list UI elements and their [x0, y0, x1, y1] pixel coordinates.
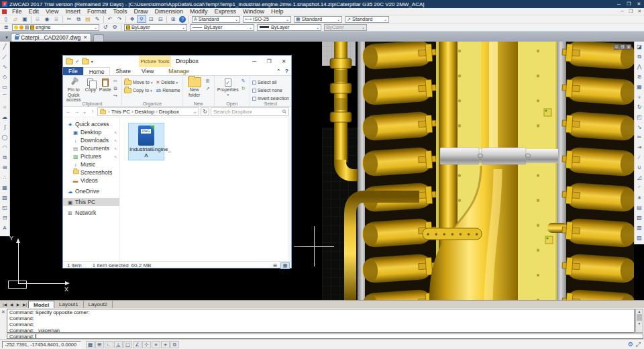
file-explorer-window[interactable]: ✓ ▾ Picture Tools Dropbox ─ ❐ ✕ File Hom…: [62, 55, 292, 268]
copy-path-icon[interactable]: ⧉: [111, 86, 119, 93]
bring-above-icon[interactable]: ▥: [635, 223, 644, 233]
sidebar-item-network[interactable]: ⊞Network: [63, 209, 119, 217]
scroll-down-icon[interactable]: ▼: [636, 321, 643, 326]
search-input[interactable]: Search Dropbox ⚲: [211, 107, 289, 116]
viewport-minimize-button[interactable]: ─: [614, 44, 619, 50]
command-close-icon[interactable]: ✕: [1, 309, 5, 315]
sidebar-item-this-pc[interactable]: ▣This PC: [63, 198, 119, 206]
tab-model[interactable]: Model: [28, 301, 54, 308]
rectangle-icon[interactable]: ▭: [1, 82, 9, 92]
cut-icon[interactable]: ✂: [111, 79, 119, 85]
redo-icon[interactable]: ↷: [115, 15, 124, 23]
erase-icon[interactable]: ◪: [635, 42, 644, 52]
tab-file[interactable]: File: [63, 67, 83, 75]
color-combo[interactable]: ByLayer ⌄: [124, 24, 187, 31]
region-icon[interactable]: ◱: [1, 203, 9, 213]
trim-icon[interactable]: ✂: [635, 132, 644, 142]
viewport-close-button[interactable]: ✕: [626, 44, 631, 50]
extend-icon[interactable]: ⇥: [635, 142, 644, 152]
tab-home[interactable]: Home: [83, 67, 111, 75]
new-icon[interactable]: ▯: [1, 15, 11, 23]
delete-button[interactable]: ✕Delete▾: [156, 79, 180, 86]
sidebar-item-quick-access[interactable]: ★Quick access: [63, 120, 119, 128]
edit-icon[interactable]: ✎: [239, 79, 248, 85]
copy-button[interactable]: Copy: [82, 77, 99, 93]
polar-toggle[interactable]: ◬: [114, 341, 123, 348]
fullscreen-icon[interactable]: ⤢: [636, 341, 641, 348]
sidebar-item-videos[interactable]: ▬Videos: [63, 177, 119, 185]
breadcrumb[interactable]: › This PC › Desktop › Dropbox ⌄: [97, 107, 199, 116]
ellipse-arc-icon[interactable]: ◠: [1, 142, 9, 152]
circle-icon[interactable]: ○: [1, 102, 9, 112]
document-tab[interactable]: Caterpi...CAD2007.dwg ✕: [11, 33, 91, 42]
maximize-button[interactable]: ❐: [624, 1, 634, 7]
sidebar-item-pictures[interactable]: ▨Pictures↖: [63, 152, 119, 160]
folder-icon[interactable]: [66, 59, 73, 64]
paste-shortcut-icon[interactable]: ↪: [111, 93, 119, 100]
ellipse-icon[interactable]: ◯: [1, 132, 9, 142]
snap-toggle[interactable]: ▦: [86, 341, 95, 348]
mtext-icon[interactable]: A: [1, 223, 9, 233]
match-properties-icon[interactable]: ✎: [93, 15, 102, 23]
lineweight-toggle[interactable]: ≡: [152, 341, 160, 348]
polyline-icon[interactable]: ∿: [1, 62, 9, 72]
stretch-icon[interactable]: ↘: [635, 122, 644, 132]
spline-icon[interactable]: ∫: [1, 122, 9, 132]
contextual-tab-header[interactable]: Picture Tools: [139, 56, 171, 67]
tab-close-icon[interactable]: ✕: [83, 35, 87, 40]
sidebar-item-screenshots[interactable]: Screenshots: [63, 168, 119, 177]
tab-manage[interactable]: Manage: [163, 67, 195, 75]
move-to-button[interactable]: Move to▾: [124, 79, 152, 86]
settings-gear-icon[interactable]: ⚙: [628, 341, 633, 348]
polygon-icon[interactable]: ◇: [1, 72, 9, 82]
menu-express[interactable]: Express: [211, 8, 240, 15]
back-icon[interactable]: ←: [65, 109, 72, 115]
viewport-toggle[interactable]: ⧉: [170, 341, 179, 348]
zoom-previous-icon[interactable]: ⊟: [156, 15, 165, 23]
menu-view[interactable]: View: [42, 8, 62, 15]
create-block-icon[interactable]: ⊞: [1, 162, 9, 172]
rename-button[interactable]: abRename: [156, 87, 180, 94]
first-layout-icon[interactable]: |◀: [1, 302, 8, 307]
menu-help[interactable]: Help: [268, 8, 287, 15]
layer-states-icon[interactable]: ⚙: [110, 23, 119, 31]
send-under-icon[interactable]: ▨: [635, 233, 644, 243]
minimize-button[interactable]: ─: [614, 2, 624, 7]
doc-close-button[interactable]: ✕: [635, 9, 644, 14]
dyn-toggle[interactable]: ⊹: [142, 341, 151, 348]
next-layout-icon[interactable]: ▶: [15, 302, 21, 307]
rotate-icon[interactable]: ↻: [635, 102, 644, 112]
point-icon[interactable]: ∴: [1, 172, 9, 183]
properties-icon[interactable]: ✓: [75, 58, 80, 64]
command-history[interactable]: Command: Specify opposite corner: Comman…: [7, 309, 635, 333]
select-none-button[interactable]: Select none: [252, 87, 289, 94]
open-icon[interactable]: ▱: [11, 15, 20, 23]
tab-layout1[interactable]: Layout1: [54, 301, 83, 308]
command-input[interactable]: Command:: [7, 334, 643, 339]
send-to-back-icon[interactable]: ▧: [635, 213, 644, 223]
copy-to-button[interactable]: Copy to▾: [124, 87, 152, 94]
menu-draw[interactable]: Draw: [130, 8, 151, 15]
copy-icon[interactable]: ⧉: [635, 52, 644, 62]
bring-to-front-icon[interactable]: ▤: [635, 203, 644, 213]
table-icon[interactable]: ⊞: [168, 15, 178, 23]
zoom-realtime-icon[interactable]: ⚲: [137, 15, 146, 23]
help-icon[interactable]: ?: [179, 16, 186, 23]
table-icon[interactable]: ⊟: [1, 213, 9, 223]
menu-tools[interactable]: Tools: [109, 8, 130, 15]
menu-format[interactable]: Format: [84, 8, 110, 15]
collapse-ribbon-icon[interactable]: ⌃: [276, 67, 281, 76]
break-icon[interactable]: ∕: [635, 152, 644, 162]
cut-icon[interactable]: ✂: [64, 15, 74, 23]
table-style-combo[interactable]: ▦ Standard ⌄: [294, 16, 342, 23]
array-icon[interactable]: ▦: [635, 82, 644, 92]
scale-icon[interactable]: ◰: [635, 112, 644, 122]
recent-locations-icon[interactable]: ⌄: [81, 109, 88, 115]
doc-restore-button[interactable]: ❐: [627, 9, 635, 14]
fillet-icon[interactable]: ◜: [635, 183, 644, 193]
pan-icon[interactable]: ❖: [127, 15, 137, 23]
mirror-icon[interactable]: ⋀: [635, 62, 644, 72]
gradient-icon[interactable]: ▨: [1, 193, 9, 203]
chamfer-icon[interactable]: ◿: [635, 172, 644, 183]
menu-file[interactable]: File: [9, 8, 25, 15]
